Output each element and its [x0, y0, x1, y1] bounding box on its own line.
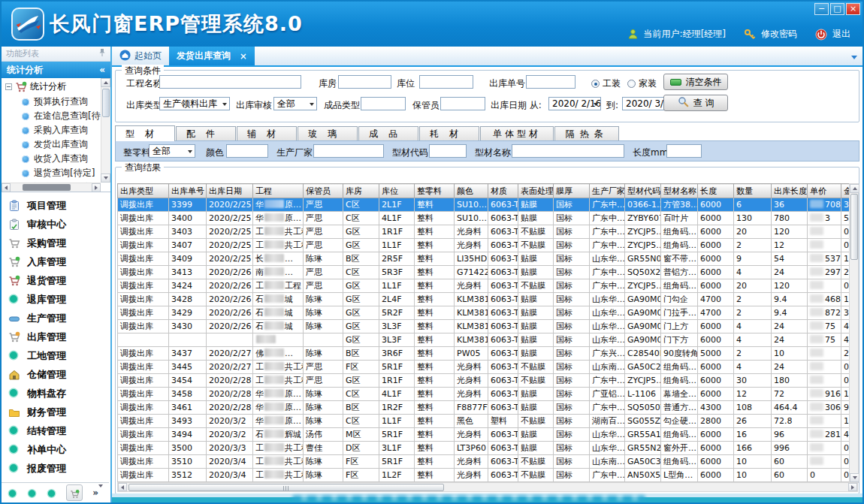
cell-loc[interactable]: 5R3F	[379, 266, 415, 279]
cell-type[interactable]: 调拨出库	[118, 252, 169, 266]
scroll-right-icon[interactable]	[848, 483, 857, 491]
cell-len[interactable]: 6000	[698, 455, 734, 469]
cell-mfr[interactable]: 山东华…	[590, 252, 625, 266]
cell-qty[interactable]: 20	[734, 279, 772, 293]
cell-mat[interactable]: 6063-T5	[488, 212, 518, 225]
cell-date[interactable]: 2020/2/26	[207, 279, 253, 293]
cell-len[interactable]: 6000	[698, 252, 734, 266]
scroll-up-icon[interactable]	[850, 184, 859, 193]
cell-type[interactable]: 调拨出库	[118, 374, 169, 388]
cell-qty[interactable]: 2	[734, 293, 772, 306]
cell-mat[interactable]: 6063-T5	[488, 374, 518, 388]
cell-outlen[interactable]: 96	[772, 428, 808, 442]
cell-mat[interactable]: 6063-T5	[488, 266, 518, 279]
column-header[interactable]: 出库类型	[118, 184, 169, 198]
cell-outlen[interactable]: 10	[772, 347, 808, 361]
cell-len[interactable]: 5000	[698, 347, 734, 361]
column-header[interactable]: 型材名称	[661, 184, 698, 198]
cell-color[interactable]: KLM3817	[455, 293, 488, 306]
cell-type[interactable]: 调拨出库	[118, 428, 169, 442]
cell-mfr[interactable]: 广东中…	[590, 279, 625, 293]
cell-proj[interactable]: 华原…	[253, 401, 304, 415]
sidebar-item[interactable]: 项目管理	[2, 196, 110, 215]
cell-mat[interactable]: 6063-T5	[488, 442, 518, 455]
cell-mfr[interactable]: 山东华…	[590, 442, 625, 455]
cell-name[interactable]: 组角码…	[661, 455, 698, 469]
whole-select[interactable]: 全部	[149, 144, 195, 158]
cell-price[interactable]	[808, 347, 841, 361]
cell-name[interactable]: 组角码…	[661, 279, 698, 293]
tab-close-icon[interactable]: ×	[240, 51, 247, 62]
cell-qty[interactable]: 166	[734, 442, 772, 455]
minimize-button[interactable]: −	[814, 3, 829, 15]
cell-keeper[interactable]: 陈琳	[304, 293, 343, 306]
sidebar-item[interactable]: 入库管理	[2, 252, 110, 271]
product-type-input[interactable]	[361, 97, 406, 110]
cell-color[interactable]: 光身料	[455, 374, 488, 388]
cell-surf[interactable]: 贴膜	[518, 266, 554, 279]
cell-code[interactable]: ZYCJP5…	[625, 374, 661, 388]
column-header[interactable]: 工程	[253, 184, 304, 198]
table-row[interactable]: 调拨出库34032020/2/25工共工程严思G区1R1F整料光身料6063-T…	[118, 225, 850, 239]
cell-surf[interactable]: 贴膜	[518, 347, 554, 361]
cell-whole[interactable]: 整料	[415, 239, 455, 252]
cell-date[interactable]: 2020/2/27	[207, 361, 253, 374]
cell-mfr[interactable]: 山东华…	[590, 333, 625, 347]
cell-date[interactable]: 2020/2/28	[207, 374, 253, 388]
cell-code[interactable]: SQ50X2…	[625, 266, 661, 279]
cell-color[interactable]: 光身料	[455, 239, 488, 252]
cell-proj[interactable]: 石辉城	[253, 428, 304, 442]
order-no-input[interactable]	[526, 75, 575, 89]
logout-link[interactable]: 退出	[832, 28, 850, 41]
cell-proj[interactable]: 工工程	[253, 279, 304, 293]
sidebar-item[interactable]: 报废管理	[2, 459, 110, 478]
cell-no[interactable]: 3454	[169, 374, 207, 388]
table-row[interactable]: 调拨出库34542020/2/28工共工程严思G区1R1F整料光身料6063-T…	[118, 374, 850, 388]
cell-whole[interactable]: 整料	[415, 374, 455, 388]
cell-film[interactable]: 国标	[554, 279, 590, 293]
scroll-thumb[interactable]	[128, 484, 444, 491]
cell-price[interactable]: 916	[808, 388, 841, 401]
out-type-select[interactable]: 生产领料出库	[159, 97, 230, 110]
cell-wh[interactable]: C区	[343, 266, 379, 279]
cell-wh[interactable]: F区	[343, 469, 379, 482]
cell-loc[interactable]: 1L1F	[379, 415, 415, 428]
cell-mfr[interactable]: 广东中…	[590, 225, 625, 239]
scroll-thumb[interactable]	[850, 194, 858, 260]
cell-code[interactable]: GA90M07.	[625, 306, 661, 320]
cell-film[interactable]: 国标	[554, 401, 590, 415]
table-vertical-scroll[interactable]	[849, 183, 859, 483]
cell-len[interactable]: 6000	[698, 361, 734, 374]
cell-mat[interactable]: 6063-T5	[488, 455, 518, 469]
cell-no[interactable]: 3407	[169, 239, 207, 252]
cell-mat[interactable]: 6063-T5	[488, 333, 518, 347]
cell-no[interactable]: 3403	[169, 225, 207, 239]
cell-surf[interactable]: 贴膜	[518, 252, 554, 266]
cell-film[interactable]: 国标	[554, 320, 590, 333]
scroll-thumb[interactable]	[23, 184, 71, 191]
cell-date[interactable]: 2020/2/25	[207, 212, 253, 225]
tree-item[interactable]: 发货出库查询	[2, 137, 101, 152]
column-header[interactable]: 整零料	[415, 184, 455, 198]
cell-loc[interactable]: 3L3F	[379, 333, 415, 347]
cell-price[interactable]: 75	[808, 320, 841, 333]
cell-name[interactable]: 门下方	[661, 333, 698, 347]
cell-code[interactable]: SG055Z	[625, 415, 661, 428]
cell-loc[interactable]: 1R1F	[379, 374, 415, 388]
table-row[interactable]: 调拨出库35002020/3/3工共工程曹佳D区3L1F整料LT3P606063…	[118, 442, 850, 455]
cell-outlen[interactable]: 9.4	[772, 306, 808, 320]
cell-code[interactable]: GR55N02	[625, 252, 661, 266]
cell-surf[interactable]: 贴膜	[518, 333, 554, 347]
cell-outlen[interactable]: 24	[772, 266, 808, 279]
cell-len[interactable]: 6000	[698, 469, 734, 482]
cell-wh[interactable]: G区	[343, 320, 379, 333]
cell-type[interactable]: 调拨出库	[118, 361, 169, 374]
table-row[interactable]: 调拨出库34002020/2/25华原…严思C区4L1F整料SU10…6063-…	[118, 212, 850, 225]
sidebar-item[interactable]: 退库管理	[2, 290, 110, 309]
cell-name[interactable]: 普铝方…	[661, 266, 698, 279]
cell-wh[interactable]: D区	[343, 442, 379, 455]
cell-film[interactable]: 国标	[554, 225, 590, 239]
cell-date[interactable]: 2020/2/26	[207, 306, 253, 320]
table-horizontal-scroll[interactable]	[117, 482, 858, 492]
cell-price[interactable]: 537	[808, 252, 841, 266]
